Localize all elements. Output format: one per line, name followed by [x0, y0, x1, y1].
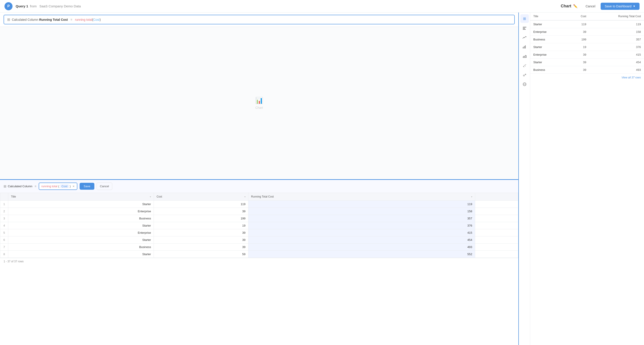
extra-cell: [475, 236, 518, 244]
panel-running-cell: 357: [590, 36, 644, 43]
chart-data-panel: Title Cost Running Total Cost Starter 11…: [530, 12, 644, 345]
panel-cost-cell: 199: [567, 36, 590, 43]
panel-title-cell: Enterprise: [530, 51, 567, 58]
chart-type-bar-button[interactable]: [520, 24, 529, 32]
row-num-header: [0, 193, 8, 201]
title-cell: Starter: [8, 251, 154, 258]
svg-point-12: [523, 75, 525, 76]
panel-cost-header: Cost: [567, 12, 590, 20]
svg-point-13: [525, 74, 526, 75]
title-cell: Enterprise: [8, 208, 154, 215]
chart-type-line-button[interactable]: [520, 33, 529, 41]
chart-edit-icon[interactable]: ✏️: [573, 4, 578, 8]
panel-running-cell: 376: [590, 43, 644, 51]
svg-point-11: [524, 67, 524, 67]
svg-point-8: [524, 65, 524, 66]
title-header: Title ▾: [8, 193, 154, 201]
formula-editor: ⊞ Calculated Column = running total ( Co…: [0, 179, 518, 193]
panel-running-cell: 158: [590, 28, 644, 36]
calc-icon: ⊞: [4, 184, 6, 188]
save-dashboard-button[interactable]: Save to Dashboard ▼: [600, 3, 640, 10]
running-total-cell: 119: [248, 201, 475, 208]
row-number: 7: [0, 244, 8, 251]
title-cell: Starter: [8, 222, 154, 229]
chart-placeholder-icon: 📊: [255, 97, 263, 104]
running-total-cell: 454: [248, 236, 475, 244]
cost-cell: 39: [154, 229, 248, 236]
formula-cancel-button[interactable]: Cancel: [96, 183, 112, 190]
extra-col-header: [475, 193, 518, 201]
panel-title-cell: Business: [530, 66, 567, 74]
running-total-cell: 493: [248, 244, 475, 251]
chart-type-area-button[interactable]: [520, 52, 529, 60]
table-footer: 1 - 37 of 37 rows: [0, 258, 518, 265]
view-all-rows[interactable]: View all 37 rows: [530, 74, 644, 81]
title-chevron-icon[interactable]: ▾: [150, 196, 151, 198]
svg-point-9: [525, 66, 526, 66]
running-total-chevron-icon[interactable]: ▾: [471, 196, 472, 198]
panel-running-cell: 454: [590, 58, 644, 66]
header-actions: Cancel Save to Dashboard ▼: [583, 3, 640, 10]
cost-header: Cost ▾: [154, 193, 248, 201]
header-title: Query 1 from SaaS Company Demo Data: [16, 4, 82, 8]
cancel-button[interactable]: Cancel: [583, 3, 598, 9]
app-container: P Query 1 from SaaS Company Demo Data Ch…: [0, 0, 644, 345]
panel-cost-cell: 39: [567, 28, 590, 36]
running-total-cell: 415: [248, 229, 475, 236]
row-number: 8: [0, 251, 8, 258]
svg-rect-5: [525, 45, 526, 48]
extra-cell: [475, 229, 518, 236]
row-number: 2: [0, 208, 8, 215]
running-total-cell: 357: [248, 215, 475, 222]
cost-cell: 199: [154, 215, 248, 222]
formula-save-button[interactable]: Save: [80, 183, 94, 190]
cost-cell: 39: [154, 208, 248, 215]
table-row: 2 Enterprise 39 158: [0, 208, 518, 215]
table-row: 4 Starter 19 376: [0, 222, 518, 229]
chart-type-bubble-button[interactable]: [520, 71, 529, 79]
formula-close-icon[interactable]: ✕: [72, 185, 75, 188]
chart-type-table-button[interactable]: ⊞: [520, 14, 529, 23]
row-number: 5: [0, 229, 8, 236]
svg-rect-3: [523, 47, 524, 48]
cost-cell: 19: [154, 222, 248, 229]
cost-chevron-icon[interactable]: ▾: [244, 196, 246, 198]
panel-table-row: Business 39 493: [530, 66, 644, 74]
chart-type-column-button[interactable]: [520, 42, 529, 51]
table-row: 1 Starter 119 119: [0, 201, 518, 208]
panel-table-row: Starter 19 376: [530, 43, 644, 51]
dropdown-arrow-icon: ▼: [633, 5, 636, 8]
extra-cell: [475, 222, 518, 229]
top-formula-bar: ⊞ Calculated Column Running Total Cost =…: [0, 12, 518, 27]
title-cell: Enterprise: [8, 229, 154, 236]
panel-table-row: Business 199 357: [530, 36, 644, 43]
left-panel: ⊞ Calculated Column Running Total Cost =…: [0, 12, 519, 345]
svg-rect-1: [523, 28, 525, 28]
table-row: 5 Enterprise 39 415: [0, 229, 518, 236]
svg-rect-4: [524, 46, 524, 48]
main-content: ⊞ Calculated Column Running Total Cost =…: [0, 12, 644, 345]
panel-title-cell: Starter: [530, 58, 567, 66]
formula-pill[interactable]: running total ( Cost ) ✕: [39, 183, 77, 190]
panel-title-cell: Enterprise: [530, 28, 567, 36]
panel-cost-cell: 39: [567, 51, 590, 58]
title-cell: Starter: [8, 236, 154, 244]
chart-type-scatter-button[interactable]: [520, 61, 529, 70]
panel-title-cell: Starter: [530, 43, 567, 51]
chart-type-sidebar: ⊞: [519, 12, 530, 345]
chart-type-globe-button[interactable]: [520, 80, 529, 88]
row-number: 3: [0, 215, 8, 222]
row-number: 1: [0, 201, 8, 208]
panel-cost-cell: 39: [567, 58, 590, 66]
cost-cell: 39: [154, 236, 248, 244]
cost-cell: 39: [154, 244, 248, 251]
extra-cell: [475, 208, 518, 215]
panel-cost-cell: 39: [567, 66, 590, 74]
calc-col-label: ⊞ Calculated Column: [4, 184, 32, 188]
table-row: 6 Starter 39 454: [0, 236, 518, 244]
panel-cost-cell: 19: [567, 43, 590, 51]
data-table: Title ▾ Cost ▾: [0, 193, 518, 258]
extra-cell: [475, 215, 518, 222]
right-panel: ⊞: [519, 12, 644, 345]
panel-title-cell: Business: [530, 36, 567, 43]
